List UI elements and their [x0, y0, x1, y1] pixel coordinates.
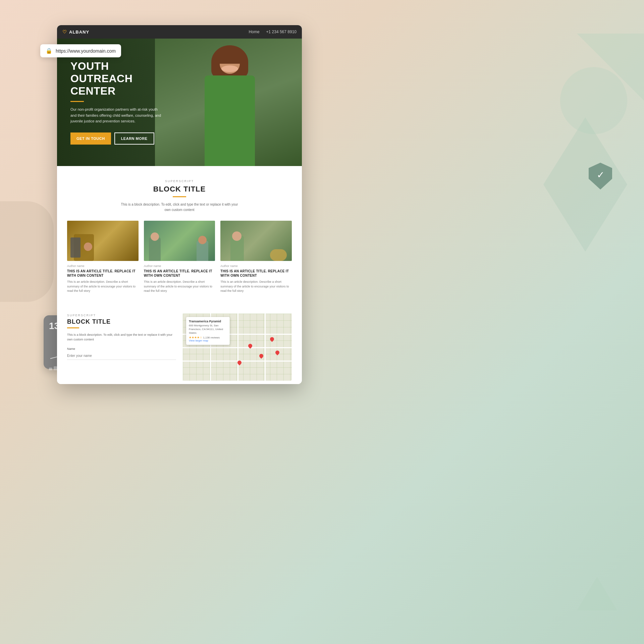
block1-divider [173, 196, 186, 197]
map-stars: ★★★★☆ 1,136 reviews [189, 336, 227, 339]
bg-decoration-right-mid [543, 117, 627, 252]
article-title-2: THIS IS AN ARTICLE TITLE. REPLACE IT WIT… [144, 269, 215, 278]
article-card-1: Author name THIS IS AN ARTICLE TITLE. RE… [67, 221, 139, 293]
map-road-v3 [265, 314, 266, 381]
hero-section: YOUTH OUTREACH CENTER Our non-profit org… [57, 39, 302, 166]
name-label: Name [67, 347, 176, 351]
contact-form-section: SUPERSCRIPT BLOCK TITLE This is a block … [67, 314, 176, 381]
checkmark-icon: ✓ [597, 169, 604, 180]
block2-superscript: SUPERSCRIPT [67, 314, 176, 317]
bottom-section: SUPERSCRIPT BLOCK TITLE This is a block … [57, 314, 302, 384]
article-image-1 [67, 221, 139, 261]
article-desc-3: This is an article description. Describe… [220, 280, 292, 293]
heart-icon: ♡ [62, 29, 67, 35]
hero-buttons: GET IN TOUCH LEARN MORE [70, 132, 166, 145]
nav-phone: +1 234 567 8910 [266, 30, 297, 34]
name-form-field: Name [67, 347, 176, 360]
article-card-3: Author name THIS IS AN ARTICLE TITLE. RE… [220, 221, 292, 293]
article-title-3: THIS IS AN ARTICLE TITLE. REPLACE IT WIT… [220, 269, 292, 278]
block2-divider [67, 327, 79, 328]
hero-divider [70, 101, 84, 102]
article-title-1: THIS IS AN ARTICLE TITLE. REPLACE IT WIT… [67, 269, 139, 278]
bg-decoration-triangle [577, 577, 617, 610]
block2-description: This is a block description. To edit, cl… [67, 332, 176, 342]
map-info-box: Transamerica Pyramid 600 Montgomery St, … [186, 317, 230, 345]
articles-grid: Author name THIS IS AN ARTICLE TITLE. RE… [67, 221, 292, 293]
browser-window: ♡ ALBANY Home +1 234 567 8910 YOUTH [57, 25, 302, 384]
map-view-link[interactable]: View larger map [189, 339, 208, 342]
browser-navbar: ♡ ALBANY Home +1 234 567 8910 [57, 25, 302, 39]
learn-more-button[interactable]: LEARN MORE [114, 132, 154, 145]
article-image-3 [220, 221, 292, 261]
block1-superscript: SUPERSCRIPT [67, 179, 292, 183]
site-logo: ♡ ALBANY [62, 29, 89, 35]
hero-image [188, 39, 275, 166]
article-card-2: Author name THIS IS AN ARTICLE TITLE. RE… [144, 221, 215, 293]
url-text: https://www.yourdomain.com [56, 48, 116, 54]
hero-description: Our non-profit organization partners wit… [70, 107, 164, 124]
map-address: 600 Montgomery St, San Francisco, CA 941… [189, 324, 227, 335]
get-in-touch-button[interactable]: GET IN TOUCH [70, 132, 111, 145]
block2-title: BLOCK TITLE [67, 318, 176, 325]
shield-shape: ✓ [589, 163, 612, 190]
name-input[interactable] [67, 352, 176, 360]
bg-decoration-circle [560, 67, 627, 134]
article-image-2 [144, 221, 215, 261]
address-bar[interactable]: 🔒 https://www.yourdomain.com [40, 44, 121, 57]
lock-icon: 🔒 [46, 48, 52, 54]
hero-title: YOUTH OUTREACH CENTER [70, 60, 166, 97]
logo-text: ALBANY [69, 30, 89, 35]
article-desc-1: This is an article description. Describe… [67, 280, 139, 293]
hero-content: YOUTH OUTREACH CENTER Our non-profit org… [57, 47, 179, 158]
map-road-v2 [237, 314, 238, 381]
article-author-2: Author name [144, 264, 215, 268]
nav-home[interactable]: Home [249, 30, 260, 34]
nav-links: Home +1 234 567 8910 [249, 30, 297, 34]
bottom-layout: SUPERSCRIPT BLOCK TITLE This is a block … [67, 314, 292, 381]
block1-title: BLOCK TITLE [67, 185, 292, 194]
article-author-3: Author name [220, 264, 292, 268]
shield-badge: ✓ [587, 161, 614, 191]
article-author-1: Author name [67, 264, 139, 268]
bg-decoration-left [0, 201, 54, 302]
block1-description: This is a block description. To edit, cl… [119, 202, 240, 213]
block1-section: SUPERSCRIPT BLOCK TITLE This is a block … [57, 166, 302, 314]
map-container: Transamerica Pyramid 600 Montgomery St, … [183, 314, 292, 381]
map-business-name: Transamerica Pyramid [189, 320, 227, 323]
map-section: Transamerica Pyramid 600 Montgomery St, … [183, 314, 292, 381]
article-desc-2: This is an article description. Describe… [144, 280, 215, 293]
map-reviews: 1,136 reviews [203, 336, 220, 339]
